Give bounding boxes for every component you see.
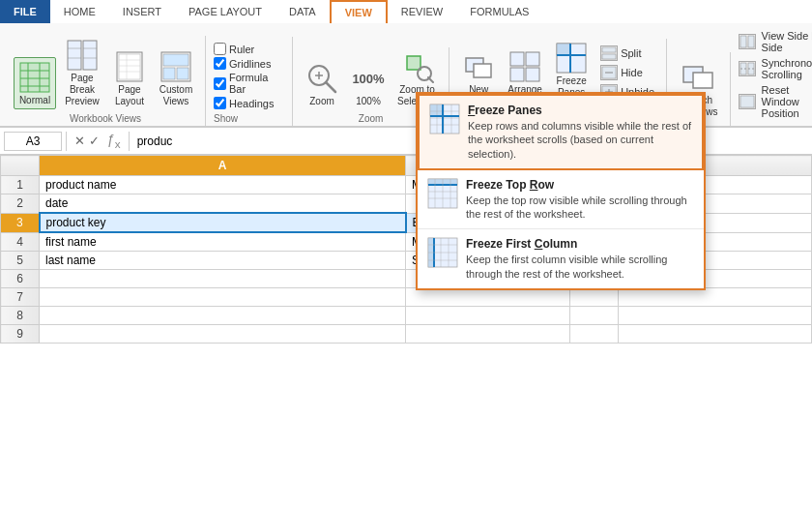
tab-review[interactable]: REVIEW [388, 0, 456, 23]
zoom-100-button[interactable]: 100% 100% [347, 59, 390, 109]
show-group-label: Show [214, 113, 238, 124]
row-num-5: 5 [1, 252, 40, 270]
cell-b9[interactable] [406, 325, 570, 344]
cell-a2[interactable]: date [40, 194, 406, 214]
svg-rect-33 [510, 68, 524, 81]
page-layout-view-button[interactable]: PageLayout [108, 47, 151, 109]
zoom-group-label: Zoom [359, 113, 384, 124]
sync-scroll-row: Synchronous Scrolling [739, 56, 812, 81]
workbook-view-buttons: Normal Page BreakPreview [14, 36, 197, 109]
svg-rect-32 [526, 52, 539, 66]
svg-rect-19 [163, 54, 188, 66]
table-row: 9 [1, 325, 812, 344]
headings-checkbox[interactable] [214, 97, 226, 109]
split-icon [600, 45, 618, 61]
tab-data[interactable]: DATA [276, 0, 330, 23]
cell-c7[interactable] [570, 288, 619, 307]
cell-a1[interactable]: product name [40, 176, 406, 194]
zoom-100-icon: 100% [351, 61, 386, 96]
confirm-formula-icon[interactable]: ✓ [89, 134, 100, 148]
cell-d8[interactable] [619, 307, 812, 325]
svg-rect-36 [557, 44, 570, 55]
hide-button[interactable]: Hide [596, 64, 658, 81]
svg-rect-40 [602, 54, 616, 59]
tab-insert[interactable]: INSERT [109, 0, 175, 23]
tab-file[interactable]: FILE [0, 0, 50, 23]
page-layout-label: PageLayout [115, 84, 144, 107]
tab-home[interactable]: HOME [50, 0, 109, 23]
row-num-9: 9 [1, 325, 40, 344]
hide-label: Hide [621, 67, 643, 78]
svg-rect-34 [526, 68, 539, 81]
cell-a3[interactable]: product key [40, 213, 406, 232]
cell-c8[interactable] [570, 307, 619, 325]
split-label: Split [621, 47, 641, 59]
arrange-all-icon [508, 49, 542, 84]
freeze-dropdown: Freeze Panes Keep rows and columns visib… [416, 92, 706, 290]
ruler-checkbox[interactable] [214, 43, 226, 55]
table-row: 7 [1, 288, 812, 307]
svg-rect-26 [407, 56, 420, 70]
cell-c9[interactable] [570, 325, 619, 344]
freeze-panes-icon [554, 41, 589, 75]
zoom-100-label: 100% [356, 96, 381, 107]
reset-position-label[interactable]: Reset Window Position [758, 83, 812, 120]
reset-position-row: Reset Window Position [739, 83, 812, 120]
hide-icon [600, 65, 618, 80]
svg-line-23 [326, 82, 335, 92]
freeze-panes-description: Keep rows and columns visible while the … [468, 119, 692, 161]
cell-b8[interactable] [406, 307, 570, 325]
formula-bar-checkbox[interactable] [214, 77, 226, 90]
view-side-icon [739, 34, 756, 49]
gridlines-checkbox[interactable] [214, 57, 226, 70]
formula-bar-checkbox-label[interactable]: Formula Bar [214, 72, 284, 95]
page-break-button[interactable]: Page BreakPreview [60, 36, 104, 109]
gridlines-checkbox-label[interactable]: Gridlines [214, 57, 284, 70]
ruler-checkbox-label[interactable]: Ruler [214, 43, 284, 55]
freeze-first-col-description: Keep the first column visible while scro… [466, 253, 694, 281]
zoom-icon [304, 61, 339, 96]
freeze-panes-title: Freeze Panes [468, 104, 692, 117]
svg-rect-48 [740, 36, 746, 47]
cell-d9[interactable] [619, 325, 812, 344]
cell-a6[interactable] [40, 270, 406, 288]
cell-a4[interactable]: first name [40, 232, 406, 252]
row-num-4: 4 [1, 232, 40, 252]
freeze-first-col-item[interactable]: Freeze First Column Keep the first colum… [418, 229, 704, 288]
freeze-top-row-text: Freeze Top Row Keep the top row visible … [466, 178, 694, 222]
tab-page-layout[interactable]: PAGE LAYOUT [175, 0, 276, 23]
sync-scroll-label[interactable]: Synchronous Scrolling [758, 56, 812, 81]
row-num-7: 7 [1, 288, 40, 307]
reset-position-icon [739, 94, 756, 109]
custom-views-button[interactable]: CustomViews [155, 47, 197, 109]
cell-b7[interactable] [406, 288, 570, 307]
view-side-group: View Side by Side Synchronous Scrolling [731, 27, 812, 126]
cell-a8[interactable] [40, 307, 406, 325]
view-side-label[interactable]: View Side by Side [758, 29, 812, 54]
tab-view[interactable]: VIEW [330, 0, 388, 23]
freeze-panes-item[interactable]: Freeze Panes Keep rows and columns visib… [418, 94, 704, 170]
col-header-row-num [1, 156, 40, 176]
freeze-top-row-item[interactable]: Freeze Top Row Keep the top row visible … [418, 170, 704, 230]
cell-a7[interactable] [40, 288, 406, 307]
svg-rect-39 [602, 47, 616, 52]
normal-view-button[interactable]: Normal [14, 57, 56, 109]
cell-a5[interactable]: last name [40, 252, 406, 270]
col-header-a[interactable]: A [40, 156, 406, 176]
cell-reference-input[interactable] [4, 132, 62, 151]
cancel-formula-icon[interactable]: ✕ [74, 134, 85, 148]
cell-d7[interactable] [619, 288, 812, 307]
svg-rect-30 [474, 64, 491, 77]
headings-checkbox-label[interactable]: Headings [214, 97, 284, 109]
normal-icon [17, 60, 52, 95]
svg-rect-6 [68, 41, 81, 70]
custom-views-icon [159, 49, 193, 84]
tab-formulas[interactable]: FORMULAS [456, 0, 542, 23]
custom-views-label: CustomViews [160, 84, 192, 107]
row-num-1: 1 [1, 176, 40, 194]
cell-a9[interactable] [40, 325, 406, 344]
row-num-6: 6 [1, 270, 40, 288]
split-button[interactable]: Split [596, 45, 658, 62]
zoom-label: Zoom [309, 96, 334, 107]
zoom-button[interactable]: Zoom [301, 59, 343, 109]
